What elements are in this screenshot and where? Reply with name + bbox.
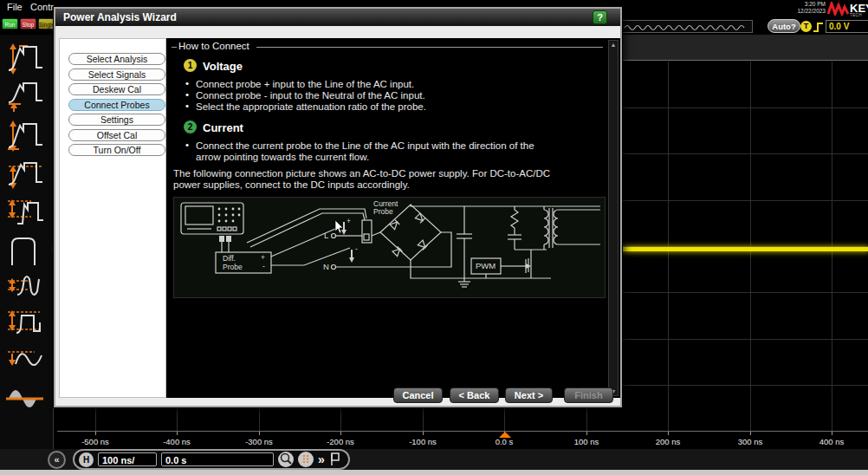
voltage-bullet-1: Connect probe + input to the Line of the…: [196, 79, 414, 90]
axis-tick: -400 ns: [152, 437, 201, 446]
neutral-terminal-label: N: [323, 263, 329, 270]
meas-sine-icon[interactable]: [5, 342, 45, 376]
pin-icon[interactable]: [329, 452, 340, 467]
timebase-scale-field[interactable]: 100 ns/: [98, 452, 157, 466]
expand-right-button[interactable]: »: [318, 452, 325, 467]
clock-date: 12/22/2023: [781, 8, 826, 15]
content-scrollbar[interactable]: ▲ ▼: [608, 40, 619, 396]
mouse-cursor: [335, 220, 343, 233]
voltage-bullet-2: Connect probe - input to the Neutral of …: [196, 90, 425, 101]
step1-badge: 1: [184, 59, 197, 72]
time-axis: -500 ns -400 ns -300 ns -200 ns -100 ns …: [54, 432, 868, 449]
clock-time: 3:20 PM: [781, 1, 826, 8]
meas-peak-peak-icon[interactable]: [5, 194, 45, 229]
meas-top-icon[interactable]: [5, 118, 45, 153]
connection-diagram: Current Probe L N Diff. Probe + - + - PW…: [173, 197, 606, 298]
diff-probe-plus: +: [261, 254, 265, 262]
axis-tick: 0.0 s: [480, 437, 528, 446]
rising-edge-icon[interactable]: [813, 22, 825, 33]
diff-probe-label-2: Probe: [223, 264, 243, 271]
nav-turn-on-off[interactable]: Turn On/Off: [68, 144, 165, 156]
run-button[interactable]: Run: [2, 18, 18, 29]
line-terminal-label: L: [324, 231, 328, 239]
reference-point-button[interactable]: [298, 452, 314, 467]
axis-tick: -200 ns: [316, 437, 365, 446]
timebase-controls: H 100 ns/ 0.0 s »: [73, 449, 350, 470]
back-button[interactable]: < Back: [450, 387, 499, 403]
zoom-mode-button[interactable]: [278, 452, 294, 467]
voltage-bullet-3: Select the appropriate attenuation ratio…: [196, 101, 426, 113]
connection-note: The following connection picture shows a…: [173, 168, 550, 191]
meas-rms-icon[interactable]: [5, 269, 45, 303]
meas-amplitude-icon[interactable]: [5, 42, 45, 76]
menu-control[interactable]: Contr: [30, 2, 54, 12]
diff-probe-label-1: Diff.: [223, 255, 236, 263]
current-bullet-1: Connect the current probe to the Line of…: [196, 140, 534, 163]
meas-pulse-icon[interactable]: [5, 232, 45, 267]
wizard-content: How to Connect 1 Voltage • Connect probe…: [166, 38, 620, 398]
nav-offset-cal[interactable]: Offset Cal: [68, 129, 165, 141]
cancel-button[interactable]: Cancel: [393, 387, 443, 403]
nav-select-analysis[interactable]: Select Analysis: [68, 53, 165, 65]
wizard-nav-panel: Select Analysis Select Signals Deskew Ca…: [59, 38, 166, 398]
oscilloscope-screen: File Contr 3:20 PM 12/22/2023 KEY TECH R…: [0, 0, 868, 475]
menu-file[interactable]: File: [7, 2, 23, 12]
clock: 3:20 PM 12/22/2023: [781, 1, 826, 14]
step2-title: Current: [203, 121, 243, 134]
single-button[interactable]: Single: [38, 18, 55, 29]
brand-subtitle: TECH: [850, 13, 862, 17]
keysight-spark-icon: [827, 2, 849, 16]
help-button[interactable]: ?: [593, 10, 607, 24]
next-button[interactable]: Next >: [505, 387, 553, 403]
measurement-toolbar: [0, 35, 54, 449]
diff-probe-minus: -: [262, 263, 265, 270]
scroll-up-icon[interactable]: ▲: [609, 42, 618, 48]
nav-deskew-cal[interactable]: Deskew Cal: [68, 83, 165, 95]
trigger-source-badge[interactable]: T: [800, 21, 812, 32]
meas-area-icon[interactable]: [5, 380, 45, 414]
collapse-left-button[interactable]: «: [48, 451, 66, 469]
timebase-delay-field[interactable]: 0.0 s: [161, 452, 274, 466]
horizontal-delay-indicator[interactable]: [621, 20, 753, 33]
probe-plus-marker: +: [347, 218, 351, 225]
axis-tick: -500 ns: [71, 437, 120, 446]
axis-tick: -300 ns: [235, 437, 283, 446]
dialog-title: Power Analysis Wizard: [63, 11, 177, 23]
meas-base-icon[interactable]: [5, 80, 45, 114]
axis-tick: -100 ns: [398, 437, 447, 446]
meas-square-icon[interactable]: [5, 305, 45, 340]
probe-minus-marker: -: [355, 245, 358, 253]
axis-tick: 200 ns: [644, 437, 692, 446]
step1-title: Voltage: [203, 60, 243, 73]
meas-max-icon[interactable]: [5, 156, 45, 191]
section-title: How to Connect: [178, 41, 249, 51]
power-analysis-wizard-dialog: Power Analysis Wizard ? Select Analysis …: [54, 7, 622, 407]
pwm-label: PWM: [476, 262, 496, 270]
auto-trigger-button[interactable]: Auto?: [768, 19, 800, 33]
nav-connect-probes[interactable]: Connect Probes: [68, 99, 165, 111]
axis-tick: 400 ns: [807, 437, 856, 446]
nav-settings[interactable]: Settings: [68, 114, 165, 126]
trigger-level-field[interactable]: 0.0 V: [826, 20, 868, 33]
horizontal-badge[interactable]: H: [79, 452, 94, 467]
step2-badge: 2: [184, 120, 197, 133]
dialog-title-bar[interactable]: Power Analysis Wizard: [55, 9, 620, 26]
stop-button[interactable]: Stop: [20, 18, 36, 29]
nav-select-signals[interactable]: Select Signals: [68, 68, 165, 81]
axis-tick: 100 ns: [562, 437, 611, 446]
current-probe-label: Current Probe: [373, 200, 398, 216]
bottom-edge-strip: [0, 470, 868, 475]
axis-tick: 300 ns: [726, 437, 774, 446]
finish-button: Finish: [564, 387, 613, 403]
